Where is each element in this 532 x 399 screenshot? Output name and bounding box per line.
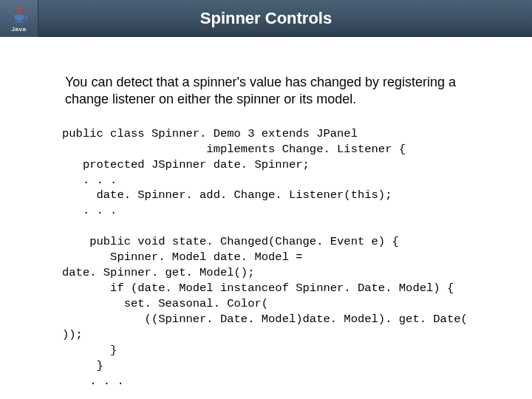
svg-point-0 [13,21,26,23]
java-logo: Java [0,0,38,37]
header-bar: Java Spinner Controls [0,0,532,37]
java-cup-icon [9,4,30,25]
java-logo-text: Java [12,26,27,33]
page-title: Spinner Controls [38,9,532,28]
slide-content: You can detect that a spinner's value ha… [0,37,532,399]
intro-paragraph: You can detect that a spinner's value ha… [65,74,488,109]
code-sample: public class Spinner. Demo 3 extends JPa… [62,126,488,389]
